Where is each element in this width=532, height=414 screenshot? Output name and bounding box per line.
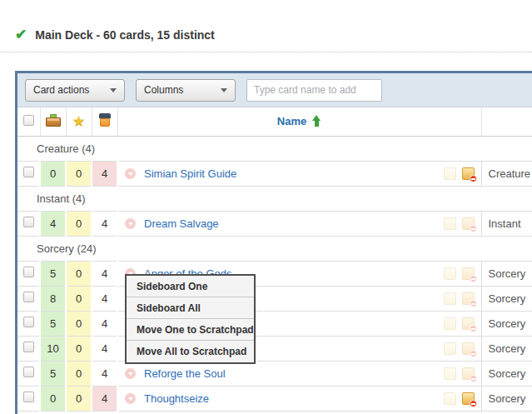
row-checkbox[interactable] [23,217,34,227]
card-menu-icon[interactable] [125,168,136,179]
deck-count: 4 [92,261,117,286]
wishlist-count: 0 [66,361,92,386]
table-row: 5 0 4 Sorcery [17,311,532,336]
sort-ascending-icon[interactable] [312,115,321,127]
card-type: Sorcery [481,336,532,361]
remove-missing-icon[interactable] [462,217,475,230]
row-checkbox[interactable] [23,292,34,302]
table-row: 8 0 4 Sorcery [17,286,532,311]
card-type: Creature - [481,161,532,186]
group-label: Creature (4) [17,136,532,161]
deck-count: 4 [92,361,117,386]
remove-missing-icon[interactable] [462,292,475,305]
table-row: 4 0 4 Dream Salvage Instant [17,211,532,236]
table-row: 5 0 4 Anger of the Gods Sorcery [17,261,532,286]
wishlist-star-icon[interactable]: ★ [72,113,85,129]
card-context-menu: Sideboard One Sideboard All Move One to … [125,274,256,364]
deck-count: 4 [92,386,117,411]
wishlist-count: 0 [66,161,92,186]
inventory-count: 5 [40,311,66,336]
card-type: Sorcery [481,361,532,386]
row-checkbox[interactable] [23,392,34,402]
card-type: Sorcery [481,311,532,336]
wishlist-count: 0 [66,336,92,361]
row-checkbox[interactable] [23,267,34,277]
card-type: Instant [481,211,532,236]
group-row-instant: Instant (4) [17,186,532,211]
card-menu-icon[interactable] [125,368,136,379]
row-checkbox[interactable] [23,167,34,177]
wishlist-count: 0 [66,286,92,311]
remove-missing-icon[interactable] [462,167,475,180]
deck-panel: Card actions Columns ★ Name Creature (4)… [15,71,532,414]
table-row: 5 0 4 Reforge the Soul Sorcery [17,361,532,386]
add-one-icon[interactable] [444,342,456,355]
remove-missing-icon[interactable] [462,367,475,380]
card-type: Sorcery [481,286,532,311]
add-one-icon[interactable] [444,217,456,230]
remove-missing-icon[interactable] [462,392,475,405]
deck-header: ✔ Main Deck - 60 cards, 15 distinct [15,27,215,42]
inventory-count: 10 [40,336,66,361]
card-menu-icon[interactable] [125,218,136,229]
deck-count: 4 [92,286,117,311]
card-type: Sorcery [481,386,532,411]
inventory-count: 8 [40,286,66,311]
menu-item-sideboard-all[interactable]: Sideboard All [127,297,254,319]
table-row: 10 0 4 Sorcery [17,336,532,361]
chevron-down-icon [110,88,117,92]
card-link[interactable]: Thoughtseize [144,392,209,405]
group-label: Sorcery (24) [17,236,532,261]
wishlist-count: 0 [66,211,92,236]
inventory-count: 0 [40,161,66,186]
remove-missing-icon[interactable] [462,342,475,355]
menu-item-sideboard-one[interactable]: Sideboard One [127,276,254,297]
card-link[interactable]: Simian Spirit Guide [144,167,236,180]
deck-count: 4 [92,336,117,361]
deck-valid-check-icon: ✔ [15,27,27,42]
menu-item-move-one-scratchpad[interactable]: Move One to Scratchpad [127,319,254,341]
columns-label: Columns [144,84,183,96]
card-link[interactable]: Dream Salvage [144,217,219,230]
row-checkbox[interactable] [23,317,34,327]
add-one-icon[interactable] [444,292,456,305]
inventory-column-icon[interactable] [46,114,61,127]
add-one-icon[interactable] [444,167,456,180]
inventory-count: 5 [40,261,66,286]
add-one-icon[interactable] [444,267,456,280]
columns-dropdown[interactable]: Columns [136,79,236,102]
remove-missing-icon[interactable] [462,317,475,330]
dotted-separator [0,52,532,52]
card-link[interactable]: Reforge the Soul [144,367,226,380]
wishlist-count: 0 [66,311,92,336]
inventory-count: 4 [40,211,66,236]
deck-count-jar-icon[interactable] [99,113,111,127]
table-row: 0 0 4 Simian Spirit Guide Creature - [17,161,532,186]
add-one-icon[interactable] [444,367,456,380]
row-checkbox[interactable] [23,342,34,352]
inventory-count: 0 [40,386,66,411]
card-actions-dropdown[interactable]: Card actions [25,79,125,102]
row-checkbox[interactable] [23,367,34,377]
inventory-count: 5 [40,361,66,386]
group-row-creature: Creature (4) [17,136,532,161]
card-type: Sorcery [481,261,532,286]
group-label: Instant (4) [17,186,532,211]
add-one-icon[interactable] [444,392,456,405]
add-card-input[interactable] [246,79,382,102]
deck-count: 4 [92,161,117,186]
card-actions-label: Card actions [33,84,89,96]
wishlist-count: 0 [66,261,92,286]
deck-count: 4 [92,211,117,236]
card-menu-icon[interactable] [125,393,136,404]
wishlist-count: 0 [66,386,92,411]
name-column-header[interactable]: Name [277,115,306,127]
deck-table: ★ Name Creature (4) 0 0 4 Simian Spirit … [17,107,532,412]
table-header-row: ★ Name [17,107,532,136]
remove-missing-icon[interactable] [462,267,475,280]
add-one-icon[interactable] [444,317,456,330]
menu-item-move-all-scratchpad[interactable]: Move All to Scratchpad [127,341,254,362]
select-all-checkbox[interactable] [23,115,34,126]
group-row-sorcery: Sorcery (24) [17,236,532,261]
deck-title: Main Deck - 60 cards, 15 distinct [35,28,215,42]
